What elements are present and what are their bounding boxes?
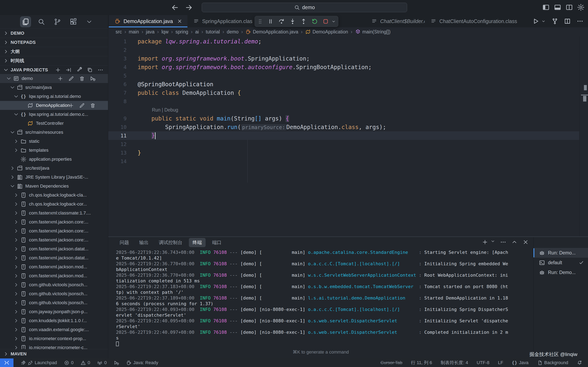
tree-item[interactable]: io.micrometer:micrometer-c...: [0, 343, 108, 349]
tree-item[interactable]: com.github.victools:jsonsch...: [0, 298, 108, 307]
tree-item[interactable]: com.fasterxml.jackson.core:...: [0, 217, 108, 226]
editor-tab[interactable]: DemoApplication.java: [109, 15, 187, 27]
breadcrumb-item[interactable]: tutorial: [206, 29, 220, 35]
sidebar-section-java-projects[interactable]: JAVA PROJECTS: [0, 65, 108, 75]
grip-icon[interactable]: [257, 18, 263, 25]
scrollbar-horizontal[interactable]: [581, 95, 588, 95]
settings-icon[interactable]: [577, 3, 585, 11]
tree-item[interactable]: com.fasterxml:classmate:1.7....: [0, 209, 108, 217]
tree-item[interactable]: {}lqw.spring.ai.tutorial.demo.c...: [0, 110, 108, 119]
trash-icon[interactable]: [79, 76, 85, 82]
breadcrumb-item[interactable]: main: [129, 29, 139, 35]
close-icon[interactable]: [177, 18, 182, 24]
errors[interactable]: 0: [64, 359, 73, 367]
plus-icon[interactable]: [57, 76, 63, 82]
codelens-debug[interactable]: Debug: [164, 107, 178, 113]
sidebar-section-maven[interactable]: MAVEN: [0, 349, 108, 359]
run-icon[interactable]: [532, 18, 539, 25]
notifications[interactable]: [577, 359, 582, 367]
tree-item[interactable]: src/test/java: [0, 164, 108, 173]
overview-ruler-mark[interactable]: [583, 96, 586, 101]
tree-item[interactable]: com.knuddels:jtokkit:1.1.0 /...: [0, 316, 108, 325]
tree-item[interactable]: {}lqw.spring.ai.tutorial.demo: [0, 92, 108, 101]
terminal-list-item[interactable]: Run: Demo...: [534, 248, 588, 258]
plus-icon[interactable]: [55, 67, 61, 73]
plus-icon[interactable]: [68, 103, 74, 108]
panel-tab[interactable]: 终端: [189, 238, 206, 247]
pencil-icon[interactable]: [68, 76, 74, 82]
run-debug-icon[interactable]: [90, 76, 96, 82]
tree-item[interactable]: io.micrometer:context-prop...: [0, 334, 108, 343]
stop-icon[interactable]: [322, 18, 329, 25]
sidebar-section[interactable]: 时间线: [0, 56, 108, 65]
chevron-down-icon[interactable]: [491, 239, 495, 243]
tree-item[interactable]: com.jayway.jsonpath:json-p...: [0, 307, 108, 316]
language-mode[interactable]: {}Java: [512, 359, 528, 367]
java-status[interactable]: Java: Ready: [126, 359, 158, 367]
plus-icon[interactable]: [482, 239, 488, 245]
encoding[interactable]: UTF-8: [477, 359, 489, 367]
step-out-icon[interactable]: [300, 18, 307, 25]
more-icon[interactable]: [500, 239, 506, 245]
breadcrumb-item[interactable]: DemoApplication.java: [245, 29, 298, 35]
chevron-down-icon[interactable]: [541, 19, 545, 23]
codelens-run[interactable]: Run: [152, 107, 160, 113]
panel-tab[interactable]: 调试控制台: [155, 238, 186, 247]
tree-item[interactable]: JRE System Library [JavaSE-...: [0, 173, 108, 182]
tree-item[interactable]: com.github.victools:jsonsch...: [0, 289, 108, 298]
tree-item[interactable]: Maven Dependencies: [0, 182, 108, 191]
terminal-output[interactable]: 2025-06-22T19:22:36.743+08:00 INFO 76108…: [116, 250, 533, 347]
tree-item[interactable]: application.properties: [0, 155, 108, 164]
panel-tab[interactable]: 输出: [136, 238, 152, 247]
tree-item[interactable]: src/main/java: [0, 83, 108, 92]
editor-tab[interactable]: ChatClientAutoConfiguration.class: [425, 15, 531, 27]
step-over-icon[interactable]: [278, 18, 285, 25]
tree-item[interactable]: ch.qos.logback:logback-cla...: [0, 191, 108, 200]
more-icon[interactable]: [97, 67, 104, 73]
panel-tab[interactable]: 端口: [208, 238, 225, 247]
graph-icon[interactable]: [551, 18, 558, 25]
forward-button[interactable]: [185, 3, 193, 12]
breadcrumb-item[interactable]: lqw: [162, 29, 169, 35]
panel-bottom-icon[interactable]: [554, 3, 562, 11]
command-center-search[interactable]: demo: [202, 3, 407, 12]
tree-item[interactable]: static: [0, 137, 108, 146]
breadcrumb-item[interactable]: spring: [175, 29, 188, 35]
ports[interactable]: 0: [97, 359, 107, 367]
background-task[interactable]: Background: [537, 359, 568, 367]
cursor-tab[interactable]: Cursor Tab: [380, 359, 402, 367]
breadcrumb-item[interactable]: src: [116, 29, 122, 35]
activity-extensions[interactable]: [68, 16, 79, 27]
tree-item[interactable]: demo: [0, 74, 108, 83]
restart-icon[interactable]: [311, 18, 318, 25]
terminal-list-item[interactable]: default: [534, 258, 588, 267]
tree-item[interactable]: com.fasterxml.jackson.datat...: [0, 244, 108, 253]
tree-item[interactable]: com.fasterxml.jackson.core:...: [0, 235, 108, 244]
code-editor[interactable]: 1package lqw.spring.ai.tutorial.demo;23i…: [108, 36, 588, 236]
tree-item[interactable]: ch.qos.logback:logback-cor...: [0, 200, 108, 209]
tree-item[interactable]: TestController: [0, 119, 108, 128]
cursor-position[interactable]: 行 11, 列 6: [411, 359, 432, 367]
sidebar-section[interactable]: 大纲: [0, 47, 108, 56]
copy-icon[interactable]: [87, 67, 93, 73]
remote-indicator[interactable]: [0, 359, 13, 367]
activity-chevron-down[interactable]: [84, 16, 95, 27]
chevron-up-icon[interactable]: [511, 239, 518, 245]
launchpad[interactable]: Launchpad: [20, 359, 57, 367]
breadcrumb-item[interactable]: main(String[]): [355, 29, 390, 35]
overview-ruler-mark[interactable]: [584, 85, 587, 90]
back-button[interactable]: [171, 3, 179, 12]
breadcrumb-item[interactable]: ai: [195, 29, 199, 35]
tree-item[interactable]: com.fasterxml.jackson.datat...: [0, 253, 108, 262]
panel-tab[interactable]: 问题: [116, 238, 133, 247]
breadcrumb-item[interactable]: java: [146, 29, 155, 35]
breadcrumb-item[interactable]: demo: [227, 29, 239, 35]
tree-item[interactable]: com.github.victools:jsonsch...: [0, 280, 108, 289]
eol[interactable]: LF: [498, 359, 503, 367]
step-into-icon[interactable]: [289, 18, 296, 25]
activity-search[interactable]: [36, 16, 47, 27]
activity-files[interactable]: [20, 16, 31, 27]
wrench-icon[interactable]: [76, 67, 82, 73]
tree-item[interactable]: com.fasterxml.jackson.mod...: [0, 271, 108, 280]
tree-item[interactable]: com.fasterxml.jackson.core:...: [0, 226, 108, 235]
